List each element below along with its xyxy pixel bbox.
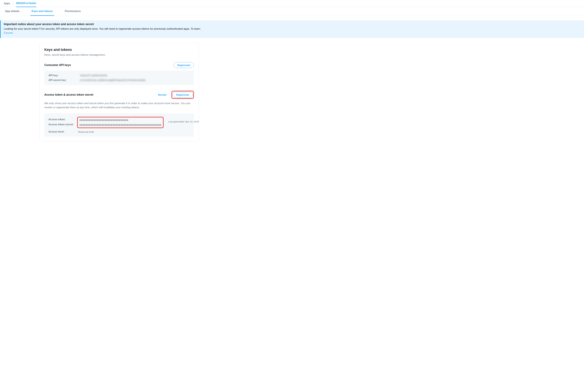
regenerate-consumer-button[interactable]: Regenerate [174,62,194,68]
access-title: Access token & access token secret [44,93,93,96]
notice-body: Looking for your secret token? For secur… [4,27,581,35]
revoke-button[interactable]: Revoke [156,92,169,98]
consumer-keys-block: API key: XAduJZ7L4aD8rwI9U5d API secret … [44,70,194,85]
breadcrumb-apps-link[interactable]: Apps [4,2,10,5]
api-secret-row: API secret key: p7Jxm09OvQLu1d8WmVq3gRlC… [48,79,190,82]
api-key-value: XAduJZ7L4aD8rwI9U5d [80,74,107,77]
notice-forums-link[interactable]: Forums. [4,32,13,34]
access-note: We only show your access token and secre… [44,101,194,110]
api-key-label: API key: [48,74,80,77]
access-level-label: Access level: [48,130,78,133]
tab-keys-tokens[interactable]: Keys and tokens [30,7,54,16]
notice-banner: Important notice about your access token… [0,20,584,38]
token-values-highlight: XXXXXXXXXXXXXXXXXXXXXXXXXXXXXXX XXXXXXXX… [77,117,164,128]
chevron-right-icon [12,2,14,5]
access-token-secret-value: XXXXXXXXXXXXXXXXXXXXXXXXXXXXXXXXXXXXXXXX… [79,124,161,126]
access-token-value: XXXXXXXXXXXXXXXXXXXXXXXXXXXXXXX [79,119,161,121]
tab-app-details[interactable]: App details [4,7,21,16]
access-left: Access token: Access token secret: XXXXX… [48,117,164,133]
breadcrumb-current: IMSDKForTwitter [16,2,36,7]
api-secret-label: API secret key: [48,79,80,82]
breadcrumb: Apps IMSDKForTwitter [0,0,584,7]
tabs: App details Keys and tokens Permissions [0,7,584,16]
access-level-value: Read and write [78,130,94,133]
keys-tokens-panel: Keys and tokens Keys, secret keys and ac… [39,43,199,142]
consumer-section-head: Consumer API keys Regenerate [44,62,194,68]
api-key-row: API key: XAduJZ7L4aD8rwI9U5d [48,74,190,77]
access-token-secret-label: Access token secret: [48,123,78,126]
access-token-block: Access token: Access token secret: XXXXX… [44,113,194,137]
consumer-title: Consumer API keys [44,64,71,67]
regenerate-highlight: Regenerate [171,91,194,99]
tab-permissions[interactable]: Permissions [63,7,82,16]
api-secret-value: p7Jxm09OvQLu1d8WmVq3gRlCtbaeH2ZnYf4ISoKc… [80,79,145,82]
access-token-label: Access token: [48,118,78,121]
regenerate-access-button[interactable]: Regenerate [173,92,193,98]
notice-title: Important notice about your access token… [4,22,581,26]
notice-text: Looking for your secret token? For secur… [4,27,200,30]
access-section-head: Access token & access token secret Revok… [44,91,194,99]
access-actions: Revoke Regenerate [156,91,194,99]
last-generated: Last generated: Apr 13, 2020 [164,117,199,123]
panel-subtitle: Keys, secret keys and access tokens mana… [44,53,194,56]
panel-title: Keys and tokens [44,48,194,52]
